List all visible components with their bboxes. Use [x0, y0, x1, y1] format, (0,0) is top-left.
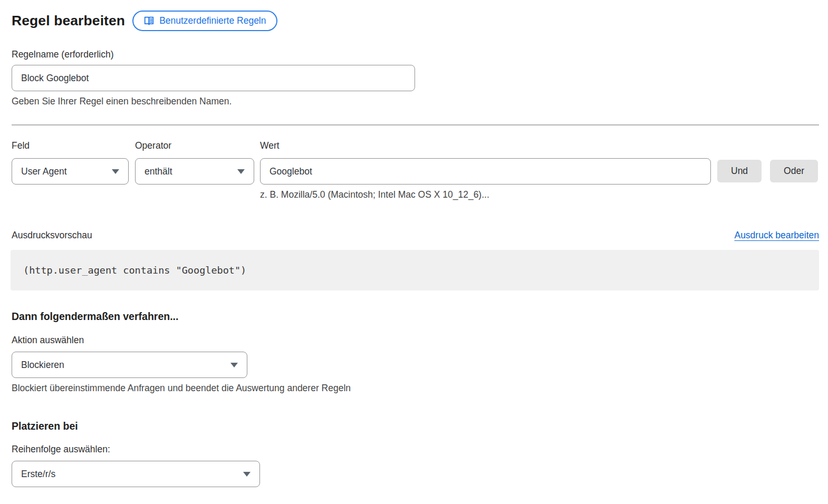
field-column: Feld User Agent	[12, 140, 129, 200]
dropdown-arrow-icon	[237, 169, 245, 174]
action-help: Blockiert übereinstimmende Anfragen und …	[12, 383, 819, 394]
and-button[interactable]: Und	[717, 160, 762, 182]
dropdown-arrow-icon	[112, 169, 119, 174]
expression-preview-code: (http.user_agent contains "Googlebot")	[11, 250, 819, 290]
order-select[interactable]: Erste/r/s	[12, 461, 260, 487]
order-select-value: Erste/r/s	[21, 469, 55, 480]
open-book-icon	[143, 16, 155, 26]
condition-row: Feld User Agent Operator enthält Wert z.…	[12, 140, 819, 200]
value-input[interactable]	[260, 158, 711, 185]
operator-select[interactable]: enthält	[135, 158, 254, 185]
edit-expression-link[interactable]: Ausdruck bearbeiten	[734, 230, 819, 241]
rule-name-section: Regelname (erforderlich) Geben Sie Ihrer…	[12, 49, 819, 107]
operator-label: Operator	[135, 140, 254, 151]
field-label: Feld	[12, 140, 129, 151]
page-title: Regel bearbeiten	[12, 13, 125, 29]
rule-name-label: Regelname (erforderlich)	[12, 49, 819, 60]
action-select-value: Blockieren	[21, 360, 64, 371]
rule-name-input[interactable]	[12, 65, 415, 91]
dropdown-arrow-icon	[230, 363, 238, 367]
section-divider	[12, 124, 819, 125]
rule-name-help: Geben Sie Ihrer Regel einen beschreibend…	[12, 96, 819, 107]
custom-rules-badge-label: Benutzerdefinierte Regeln	[159, 15, 266, 26]
field-select-value: User Agent	[21, 166, 67, 177]
action-label: Aktion auswählen	[12, 335, 819, 346]
value-label: Wert	[260, 140, 711, 151]
placement-label: Reihenfolge auswählen:	[12, 444, 819, 455]
action-section: Dann folgendermaßen verfahren... Aktion …	[12, 310, 819, 394]
expression-section: Ausdrucksvorschau Ausdruck bearbeiten (h…	[12, 230, 819, 290]
value-column: Wert z. B. Mozilla/5.0 (Macintosh; Intel…	[260, 140, 711, 200]
page-header: Regel bearbeiten Benutzerdefinierte Rege…	[12, 11, 819, 31]
action-select[interactable]: Blockieren	[12, 352, 247, 378]
logic-buttons: Und Oder	[717, 140, 818, 200]
placement-heading: Platzieren bei	[12, 420, 819, 432]
placement-section: Platzieren bei Reihenfolge auswählen: Er…	[12, 420, 819, 487]
expression-preview-label: Ausdrucksvorschau	[12, 230, 92, 241]
or-button[interactable]: Oder	[770, 160, 818, 182]
operator-column: Operator enthält	[135, 140, 254, 200]
operator-select-value: enthält	[145, 166, 172, 177]
dropdown-arrow-icon	[243, 472, 251, 477]
value-hint: z. B. Mozilla/5.0 (Macintosh; Intel Mac …	[260, 189, 711, 200]
expression-header: Ausdrucksvorschau Ausdruck bearbeiten	[12, 230, 819, 241]
rule-editor-page: Regel bearbeiten Benutzerdefinierte Rege…	[0, 0, 828, 504]
field-select[interactable]: User Agent	[12, 158, 129, 185]
custom-rules-badge[interactable]: Benutzerdefinierte Regeln	[132, 11, 277, 31]
action-heading: Dann folgendermaßen verfahren...	[12, 310, 819, 323]
